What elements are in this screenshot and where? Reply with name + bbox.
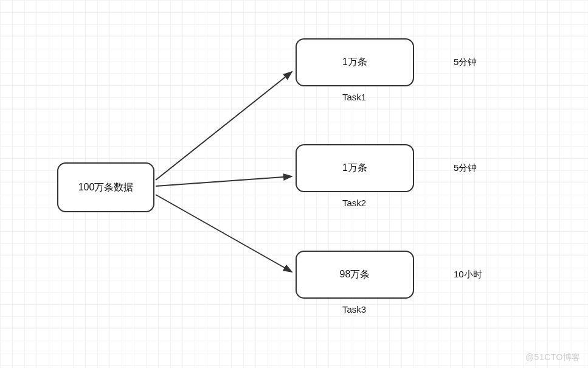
task2-time: 5分钟 [454, 162, 477, 174]
task2-box-label: 1万条 [342, 162, 367, 175]
task3-node: 98万条 [296, 251, 414, 299]
task2-node: 1万条 [296, 144, 414, 192]
task1-time: 5分钟 [454, 57, 477, 68]
task3-box-label: 98万条 [340, 268, 370, 281]
task1-name: Task1 [342, 92, 366, 102]
watermark: @51CTO博客 [525, 352, 581, 363]
task3-name: Task3 [342, 304, 366, 314]
source-label: 100万条数据 [78, 181, 134, 194]
task3-time: 10小时 [454, 269, 482, 280]
task1-node: 1万条 [296, 38, 414, 86]
task2-name: Task2 [342, 198, 366, 208]
arrow-to-task2 [156, 176, 292, 186]
task1-box-label: 1万条 [342, 56, 367, 69]
source-node: 100万条数据 [57, 162, 154, 212]
arrow-to-task1 [156, 72, 292, 180]
arrow-to-task3 [156, 195, 292, 272]
